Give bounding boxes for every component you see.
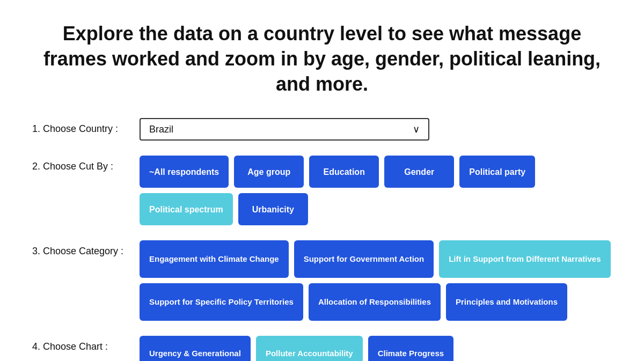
category-lift-support[interactable]: Lift in Support from Different Narrative… (439, 240, 610, 278)
section-chart: 4. Choose Chart : Urgency & Generational… (32, 336, 612, 361)
cutby-gender[interactable]: Gender (384, 156, 454, 188)
category-support-policy[interactable]: Support for Specific Policy Territories (140, 283, 303, 321)
country-dropdown[interactable]: Brazil ∨ (140, 118, 429, 141)
page-container: Explore the data on a country level to s… (0, 0, 644, 361)
chevron-down-icon: ∨ (413, 123, 420, 135)
section-country-label: 1. Choose Country : (32, 118, 140, 135)
cutby-political-party[interactable]: Political party (459, 156, 535, 188)
chart-climate-progress[interactable]: Climate Progress (368, 336, 453, 361)
section-chart-label: 4. Choose Chart : (32, 336, 140, 352)
cutby-education[interactable]: Education (309, 156, 379, 188)
category-support-govt[interactable]: Support for Government Action (294, 240, 434, 278)
category-allocation[interactable]: Allocation of Responsibilities (309, 283, 441, 321)
cutby-age-group[interactable]: Age group (234, 156, 304, 188)
chart-urgency[interactable]: Urgency & Generational (140, 336, 251, 361)
category-principles[interactable]: Principles and Motivations (446, 283, 567, 321)
country-content: Brazil ∨ (140, 118, 612, 141)
cutby-political-spectrum[interactable]: Political spectrum (140, 193, 233, 225)
section-category: 3. Choose Category : Engagement with Cli… (32, 240, 612, 321)
section-cutby-label: 2. Choose Cut By : (32, 156, 140, 172)
section-cutby: 2. Choose Cut By : ~All respondents Age … (32, 156, 612, 225)
cutby-urbanicity[interactable]: Urbanicity (238, 193, 308, 225)
cutby-buttons: ~All respondents Age group Education Gen… (140, 156, 612, 225)
section-country: 1. Choose Country : Brazil ∨ (32, 118, 612, 141)
hero-title: Explore the data on a country level to s… (32, 21, 612, 97)
chart-polluter[interactable]: Polluter Accountability (256, 336, 363, 361)
cutby-all-respondents[interactable]: ~All respondents (140, 156, 229, 188)
country-selected-value: Brazil (149, 124, 173, 135)
section-category-label: 3. Choose Category : (32, 240, 140, 257)
chart-buttons: Urgency & Generational Polluter Accounta… (140, 336, 612, 361)
category-buttons: Engagement with Climate Change Support f… (140, 240, 612, 321)
category-engagement[interactable]: Engagement with Climate Change (140, 240, 289, 278)
